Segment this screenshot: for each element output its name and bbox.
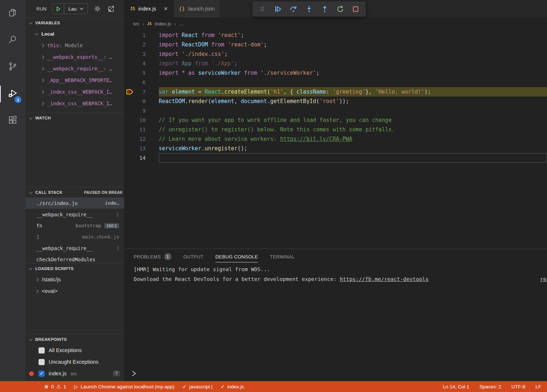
breakpoint-row[interactable]: index.jssrc7 (25, 368, 124, 379)
code-text (159, 153, 547, 163)
code-token: element (172, 89, 198, 95)
status-item[interactable]: LF (535, 384, 541, 389)
call-stack-frame[interactable]: ./src/index.jsinde… (25, 197, 124, 209)
step-over-button[interactable] (287, 3, 300, 16)
editor-tab-launch.json[interactable]: {}launch.json (174, 0, 221, 17)
breakpoint-line-badge: 7 (113, 371, 120, 376)
code-line[interactable]: 2import ReactDOM from 'react-dom'; (125, 40, 547, 49)
call-stack-frame[interactable]: fnbootstrap150:1 (25, 220, 124, 231)
problems-status[interactable]: ⊗ 0 ⚠ 1 (44, 384, 66, 389)
panel-tab-debug-console[interactable]: DEBUG CONSOLE (215, 249, 258, 264)
activity-search[interactable] (0, 27, 25, 54)
language-status[interactable]: ✓ javascript | (182, 384, 212, 389)
console-source-link[interactable]: read (540, 276, 547, 282)
watch-header[interactable]: WATCH (25, 113, 124, 123)
code-line[interactable]: 9 (125, 106, 547, 115)
code-line[interactable]: 13serviceWorker.unregister(); (125, 144, 547, 153)
step-out-button[interactable] (318, 3, 331, 16)
step-into-button[interactable] (303, 3, 316, 16)
start-debug-button[interactable] (52, 4, 64, 14)
run-label: RUN (36, 6, 46, 12)
breadcrumb-symbol[interactable]: … (179, 21, 184, 26)
breakpoints-header[interactable]: BREAKPOINTS (25, 334, 124, 344)
code-line[interactable]: 7var element = React.createElement('h1',… (125, 87, 547, 97)
variable-row[interactable]: this: Module (25, 40, 124, 51)
panel-tab-output[interactable]: OUTPUT (183, 249, 203, 264)
warnings-icon: ⚠ (56, 384, 61, 389)
open-debug-console-button[interactable] (107, 5, 115, 13)
file-status[interactable]: ✓ index.js (220, 384, 244, 389)
launch-status[interactable]: ▷ Launch Chrome against localhost (my-ap… (74, 384, 174, 389)
toolbar-drag-handle[interactable] (256, 3, 269, 16)
variable-row[interactable]: _index_css__WEBPACK_I… (25, 86, 124, 98)
launch-config-name: Lau (68, 6, 77, 12)
call-stack-frame[interactable]: checkDeferredModules (25, 254, 124, 263)
breakpoint-checkbox[interactable] (39, 371, 45, 377)
variable-row[interactable]: __webpack_exports__: … (25, 51, 124, 63)
code-line[interactable]: 12// Learn more about service workers: h… (125, 134, 547, 144)
loaded-script-row[interactable]: /static/js (25, 274, 124, 285)
code-line[interactable]: 11// unregister() to register() below. N… (125, 125, 547, 134)
settings-gear-button[interactable] (93, 5, 101, 13)
code-line[interactable]: 10// If you want your app to work offlin… (125, 115, 547, 125)
code-editor[interactable]: 1import React from 'react';2import React… (125, 30, 547, 163)
continue-button[interactable] (271, 3, 284, 16)
panel-tab-problems[interactable]: PROBLEMS1 (134, 249, 171, 264)
code-text: ReactDOM.render(element, document.getEle… (159, 97, 547, 106)
code-line[interactable]: 6 (125, 78, 547, 87)
code-line[interactable]: 8ReactDOM.render(element, document.getEl… (125, 97, 547, 106)
code-line[interactable]: 5import * as serviceWorker from './servi… (125, 68, 547, 78)
loaded-scripts-header[interactable]: LOADED SCRIPTS (25, 264, 124, 274)
code-text: import ReactDOM from 'react-dom'; (159, 40, 547, 49)
variable-row[interactable]: _App__WEBPACK_IMPORTE… (25, 74, 124, 86)
panel-tab-terminal[interactable]: TERMINAL (270, 249, 295, 264)
call-stack-header[interactable]: CALL STACK PAUSED ON BREAK (25, 187, 124, 197)
close-icon[interactable]: × (164, 5, 168, 12)
breadcrumb[interactable]: src › JS index.js › … (125, 17, 547, 30)
code-token: , { (283, 89, 296, 95)
breakpoint-checkbox[interactable] (39, 347, 45, 354)
breakpoint-row[interactable]: Uncaught Exceptions (25, 356, 124, 368)
editor-tab-index.js[interactable]: JSindex.js× (125, 0, 174, 17)
breakpoint-row[interactable]: All Exceptions (25, 344, 124, 356)
console-prompt-icon[interactable] (131, 370, 137, 378)
warning-count: 1 (64, 384, 66, 389)
run-header: RUN Lau (25, 0, 124, 17)
status-item[interactable]: Spaces: 2 (479, 384, 501, 389)
launch-config-dropdown[interactable]: Lau (64, 6, 88, 12)
scope-local[interactable]: Local (25, 28, 124, 40)
activity-extensions[interactable] (0, 107, 25, 134)
activity-source-control[interactable] (0, 54, 25, 81)
code-line[interactable]: 1import React from 'react'; (125, 30, 547, 40)
call-stack-frame[interactable]: __webpack_require__| (25, 209, 124, 220)
call-stack-frame[interactable]: 1main.chunk.js (25, 231, 124, 242)
stop-button[interactable] (349, 3, 362, 16)
call-stack-frame[interactable]: __webpack_require__| (25, 242, 124, 254)
status-item[interactable]: UTF-8 (511, 384, 525, 389)
code-line[interactable]: 4import App from './App'; (125, 59, 547, 68)
status-item[interactable]: Ln 14, Col 1 (443, 384, 469, 389)
loaded-script-row[interactable]: <eval> (25, 285, 124, 297)
variable-row[interactable]: _index_css__WEBPACK_I… (25, 98, 124, 109)
chevron-down-icon (35, 32, 39, 35)
code-line[interactable]: 14 (125, 153, 547, 163)
language-label: javascript | (189, 384, 212, 389)
breadcrumb-file[interactable]: index.js (155, 21, 171, 26)
code-token: import (159, 32, 182, 38)
activity-run-and-debug[interactable]: 1 (0, 81, 25, 107)
activity-explorer[interactable] (0, 0, 25, 27)
comment-link[interactable]: https://bit.ly/CRA-PWA (280, 136, 352, 142)
breadcrumb-src[interactable]: src (133, 21, 139, 26)
variables-header[interactable]: VARIABLES (25, 18, 124, 28)
console-link[interactable]: https://fb.me/react-devtools (340, 276, 428, 282)
code-token: = (198, 89, 204, 95)
restart-button[interactable] (334, 3, 347, 16)
code-line[interactable]: 3import './index.css'; (125, 49, 547, 59)
breakpoint-checkbox[interactable] (39, 359, 45, 365)
chevron-down-icon (29, 266, 33, 270)
variable-row[interactable]: __webpack_require__: … (25, 63, 124, 74)
code-token: ; (241, 32, 244, 38)
code-text: // unregister() to register() below. Not… (159, 125, 547, 134)
code-token: ( (316, 98, 320, 105)
frame-source: bootstrap (72, 223, 101, 228)
